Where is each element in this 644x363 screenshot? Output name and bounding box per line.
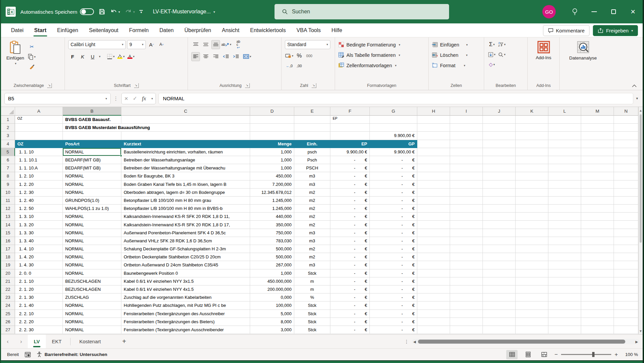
autosum-icon[interactable]: Σ▾ xyxy=(488,40,496,49)
accounting-format-icon[interactable]: ▾ xyxy=(285,51,294,60)
row-header-14[interactable]: 14 xyxy=(1,221,15,229)
cell-D19[interactable]: 267,000 xyxy=(250,261,294,269)
cell-D26[interactable]: 8,000 xyxy=(250,318,294,326)
cell-E5[interactable]: psch xyxy=(294,148,330,156)
cell-M15[interactable] xyxy=(581,229,614,237)
cell-N18[interactable] xyxy=(614,253,638,261)
cell-K12[interactable] xyxy=(516,205,548,213)
bold-button[interactable]: F xyxy=(68,52,77,61)
cell-H13[interactable] xyxy=(417,213,450,221)
decrease-decimal-icon[interactable]: ,00 xyxy=(295,62,304,71)
row-header-19[interactable]: 19 xyxy=(1,261,15,269)
cell-M23[interactable] xyxy=(581,293,614,301)
cell-N11[interactable] xyxy=(614,197,638,205)
cell-D21[interactable]: 450.000,000 xyxy=(250,277,294,285)
cell-F20[interactable]: -€ xyxy=(330,269,370,277)
cell-H25[interactable] xyxy=(417,310,450,318)
cell-A1[interactable]: OZ xyxy=(15,116,63,124)
cell-G27[interactable]: -€ xyxy=(370,326,417,334)
cell-H15[interactable] xyxy=(417,229,450,237)
select-all-corner[interactable] xyxy=(1,107,15,116)
cell-C21[interactable]: Kabel 0.6/1 kV einziehen NYY 3x1.5 xyxy=(121,277,250,285)
column-header-D[interactable]: D xyxy=(250,107,294,116)
cell-F5[interactable]: 9.900,00 € xyxy=(330,148,370,156)
align-bottom-icon[interactable] xyxy=(211,40,220,49)
format-as-table-button[interactable]: Als Tabelle formatieren▾ xyxy=(337,50,402,60)
percent-style-icon[interactable]: % xyxy=(295,51,304,60)
cell-I5[interactable] xyxy=(450,148,483,156)
font-size-select[interactable]: 9▾ xyxy=(127,40,146,49)
cell-G5[interactable]: 9.900,00 € xyxy=(370,148,417,156)
wrap-text-icon[interactable]: abc↩ xyxy=(234,40,243,49)
cell-M7[interactable] xyxy=(581,164,614,172)
cell-F24[interactable]: -€ xyxy=(330,301,370,310)
cell-L5[interactable] xyxy=(548,148,581,156)
cell-D18[interactable]: 500,000 xyxy=(250,253,294,261)
cell-E18[interactable]: m2 xyxy=(294,253,330,261)
cell-L11[interactable] xyxy=(548,197,581,205)
cell-G7[interactable]: -€ xyxy=(370,164,417,172)
cell-I16[interactable] xyxy=(450,237,483,245)
cell-A20[interactable]: 2. 0. 0 xyxy=(15,269,63,277)
decrease-indent-icon[interactable] xyxy=(221,52,230,61)
cell-K26[interactable] xyxy=(516,318,548,326)
cell-C24[interactable]: Hohlliegenden Putz abschlagen, mit Putz … xyxy=(121,301,250,310)
cell-F19[interactable]: -€ xyxy=(330,261,370,269)
cell-G26[interactable]: -€ xyxy=(370,318,417,326)
cell-D16[interactable]: 783,030 xyxy=(250,237,294,245)
cell-K20[interactable] xyxy=(516,269,548,277)
cell-N19[interactable] xyxy=(614,261,638,269)
cell-E25[interactable]: Stck xyxy=(294,310,330,318)
tab-hilfe[interactable]: Hilfe xyxy=(326,23,347,37)
vertical-scroll-thumb[interactable] xyxy=(640,114,642,243)
cell-D14[interactable]: 350,000 xyxy=(250,221,294,229)
cell-N21[interactable] xyxy=(614,277,638,285)
cell-J27[interactable] xyxy=(483,326,516,334)
cell-A15[interactable]: 1. 3. 30 xyxy=(15,229,63,237)
cell-J17[interactable] xyxy=(483,245,516,253)
cell-J13[interactable] xyxy=(483,213,516,221)
cell-E1[interactable] xyxy=(294,116,330,124)
row-header-23[interactable]: 23 xyxy=(1,293,15,301)
cell-F25[interactable]: -€ xyxy=(330,310,370,318)
cell-A23[interactable]: 2. 1. 30 xyxy=(15,293,63,301)
cell-J4[interactable] xyxy=(483,140,516,148)
cell-C25[interactable]: Fensterarbeiten (Textergänzungen des Aus… xyxy=(121,310,250,318)
cell-A5[interactable]: 1. 1. 10 xyxy=(15,148,63,156)
cell-A14[interactable]: 1. 3. 20 xyxy=(15,221,63,229)
row-header-5[interactable]: 5 xyxy=(1,148,15,156)
cell-F17[interactable]: -€ xyxy=(330,245,370,253)
cell-J25[interactable] xyxy=(483,310,516,318)
cell-I24[interactable] xyxy=(450,301,483,310)
cell-C1[interactable] xyxy=(121,116,250,124)
cell-G2[interactable] xyxy=(370,124,417,132)
cell-A13[interactable]: 1. 3. 10 xyxy=(15,213,63,221)
cell-G10[interactable]: -€ xyxy=(370,189,417,197)
cell-G20[interactable]: -€ xyxy=(370,269,417,277)
cell-L13[interactable] xyxy=(548,213,581,221)
cell-D5[interactable]: 1,000 xyxy=(250,148,294,156)
cell-B17[interactable]: NORMAL xyxy=(63,245,121,253)
row-header-20[interactable]: 20 xyxy=(1,269,15,277)
zoom-slider-thumb[interactable] xyxy=(592,352,595,357)
cell-L9[interactable] xyxy=(548,180,581,189)
fill-color-icon[interactable]: ▾ xyxy=(117,52,125,61)
cell-B10[interactable]: NORMAL xyxy=(63,189,121,197)
column-header-H[interactable]: H xyxy=(417,107,450,116)
cell-L27[interactable] xyxy=(548,326,581,334)
cell-A27[interactable]: 2. 2. 30 xyxy=(15,326,63,334)
cell-J10[interactable] xyxy=(483,189,516,197)
cell-G4[interactable]: GP xyxy=(370,140,417,148)
cell-B24[interactable]: NORMAL xyxy=(63,301,121,310)
alignment-dialog-launcher-icon[interactable]: ↘ xyxy=(245,83,250,88)
cell-N5[interactable] xyxy=(614,148,638,156)
cell-J24[interactable] xyxy=(483,301,516,310)
cell-K23[interactable] xyxy=(516,293,548,301)
cell-K9[interactable] xyxy=(516,180,548,189)
font-color-icon[interactable]: A▾ xyxy=(127,52,135,61)
cell-A16[interactable]: 1. 3. 40 xyxy=(15,237,63,245)
cell-E13[interactable]: m2 xyxy=(294,213,330,221)
cell-B26[interactable]: NORMAL xyxy=(63,318,121,326)
cell-D9[interactable]: 7.200,000 xyxy=(250,180,294,189)
cell-N4[interactable] xyxy=(614,140,638,148)
